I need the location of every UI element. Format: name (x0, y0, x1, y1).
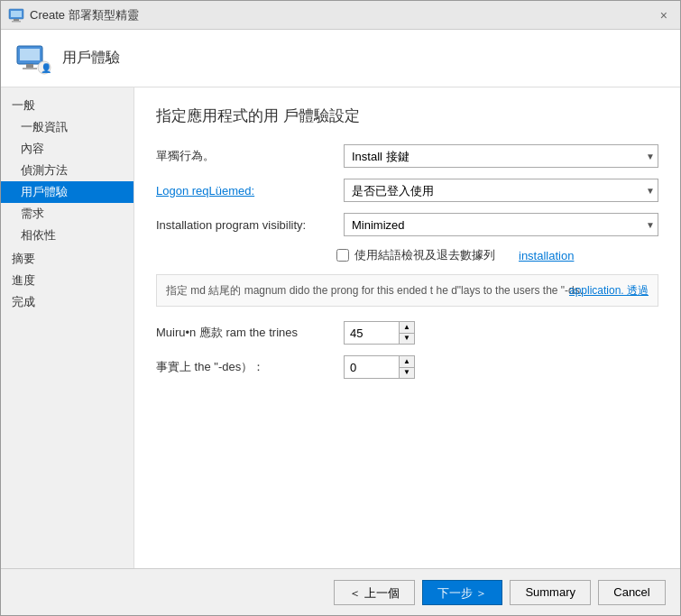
logon-required-select[interactable]: 是否已登入使用 (344, 179, 658, 202)
sidebar-item-requirements[interactable]: 需求 (1, 203, 133, 225)
main-content: 指定應用程式的用 戶體驗設定 單獨行為。 Install 接鍵 ▼ Logon … (134, 87, 680, 568)
main-window: Create 部署類型精靈 × 👤 用戶體驗 一般 一般資訊 內容 偵測方法 用… (0, 0, 681, 616)
spinner1-row: Muiru•n 應款 ram the trines ▲ ▼ (156, 321, 658, 345)
visibility-row: Installation program visibility: Minimiz… (156, 213, 658, 236)
svg-rect-5 (20, 49, 40, 60)
spinner2-buttons: ▲ ▼ (399, 356, 414, 378)
content-area: 一般 一般資訊 內容 偵測方法 用戶體驗 需求 相依性 摘要 進度 完成 指定應… (1, 87, 680, 568)
install-behavior-select[interactable]: Install 接鍵 (344, 144, 658, 168)
spinner2-label: 事實上 the "-des）： (156, 359, 336, 375)
description-link[interactable]: application. 透過 (569, 282, 649, 299)
back-button[interactable]: ＜ 上一個 (334, 580, 415, 605)
sidebar-item-content[interactable]: 內容 (1, 138, 133, 160)
header-section: 👤 用戶體驗 (1, 30, 680, 87)
spinner1-input[interactable] (345, 322, 399, 344)
sidebar-item-dependencies[interactable]: 相依性 (1, 225, 133, 246)
spinner2-input[interactable] (345, 356, 399, 378)
svg-rect-6 (26, 64, 33, 68)
visibility-select[interactable]: Minimized (344, 213, 658, 236)
sidebar-item-complete[interactable]: 完成 (1, 291, 133, 313)
visibility-label: Installation program visibility: (156, 218, 336, 232)
visibility-wrapper: Minimized ▼ (344, 213, 658, 236)
header-title: 用戶體驗 (62, 49, 120, 68)
header-icon: 👤 (15, 41, 51, 77)
spinner2-up-button[interactable]: ▲ (400, 356, 414, 367)
spinner1-buttons: ▲ ▼ (399, 322, 414, 344)
window-icon (8, 7, 24, 23)
spinner2-row: 事實上 the "-des）： ▲ ▼ (156, 355, 658, 379)
logon-required-label: Logon reqLüemed: (156, 184, 336, 198)
install-behavior-row: 單獨行為。 Install 接鍵 ▼ (156, 144, 658, 168)
install-behavior-label: 單獨行為。 (156, 148, 336, 164)
svg-text:👤: 👤 (41, 62, 51, 74)
sidebar-item-progress[interactable]: 進度 (1, 270, 133, 291)
sidebar-item-ux[interactable]: 用戶體驗 (1, 181, 133, 203)
install-behavior-wrapper: Install 接鍵 ▼ (344, 144, 658, 168)
next-button[interactable]: 下一步 ＞ (422, 580, 503, 605)
svg-rect-2 (14, 19, 19, 21)
spinner2-down-button[interactable]: ▼ (400, 367, 414, 379)
svg-rect-7 (23, 68, 37, 69)
sidebar-item-detection[interactable]: 偵測方法 (1, 160, 133, 181)
logon-required-row: Logon reqLüemed: 是否已登入使用 ▼ (156, 179, 658, 202)
close-button[interactable]: × (655, 6, 673, 24)
description-text: 指定 md 結尾的 magnum dido the prong for this… (166, 284, 583, 297)
checkbox-label: 使用結語檢視及退去數據列 (354, 247, 495, 263)
title-bar-text: Create 部署類型精靈 (30, 7, 139, 23)
footer: ＜ 上一個 下一步 ＞ Summary Cancel (1, 568, 680, 615)
spinner1-down-button[interactable]: ▼ (400, 333, 414, 345)
allow-user-checkbox[interactable] (336, 249, 349, 262)
sidebar-item-general-info[interactable]: 一般資訊 (1, 116, 133, 138)
svg-rect-3 (12, 21, 21, 23)
description-box: 指定 md 結尾的 magnum dido the prong for this… (156, 274, 658, 307)
spinner1-up-button[interactable]: ▲ (400, 322, 414, 333)
page-title: 指定應用程式的用 戶體驗設定 (156, 106, 658, 126)
sidebar: 一般 一般資訊 內容 偵測方法 用戶體驗 需求 相依性 摘要 進度 完成 (1, 87, 134, 568)
title-bar-left: Create 部署類型精靈 (8, 7, 139, 23)
checkbox-row: 使用結語檢視及退去數據列 installation (336, 247, 658, 263)
svg-rect-1 (11, 11, 22, 17)
spinner1-wrapper: ▲ ▼ (344, 321, 415, 345)
logon-required-wrapper: 是否已登入使用 ▼ (344, 179, 658, 202)
cancel-button[interactable]: Cancel (598, 580, 666, 605)
spinner1-label: Muiru•n 應款 ram the trines (156, 325, 336, 341)
logon-required-link[interactable]: Logon reqLüemed: (156, 184, 254, 198)
summary-button[interactable]: Summary (510, 580, 591, 605)
spinner2-wrapper: ▲ ▼ (344, 355, 415, 379)
sidebar-item-general[interactable]: 一般 (1, 95, 133, 116)
sidebar-group-general: 一般 一般資訊 內容 偵測方法 用戶體驗 需求 相依性 (1, 95, 133, 246)
title-bar: Create 部署類型精靈 × (1, 1, 680, 30)
installation-link[interactable]: installation (519, 249, 574, 262)
sidebar-item-summary[interactable]: 摘要 (1, 248, 133, 270)
